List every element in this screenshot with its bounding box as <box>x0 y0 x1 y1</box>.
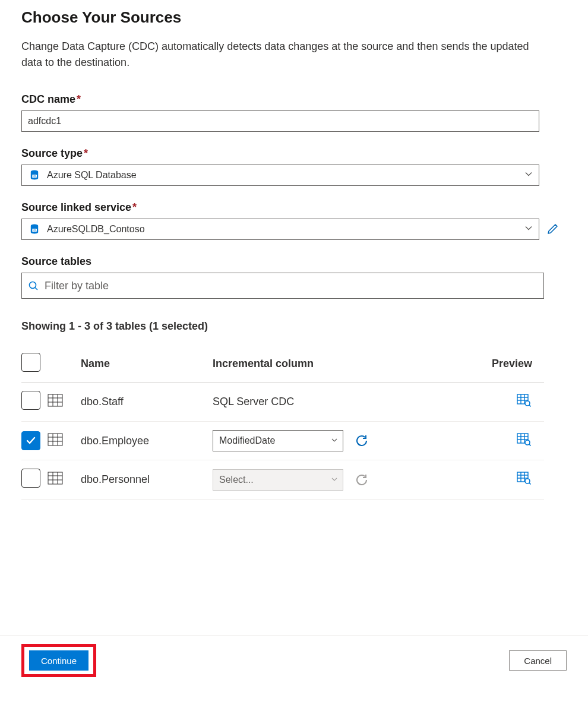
chevron-down-icon <box>331 475 338 485</box>
source-tables-list: Name Incremental column Preview dbo.Staf… <box>21 348 544 500</box>
source-linked-select[interactable]: SQL AzureSQLDB_Contoso <box>21 219 539 240</box>
svg-rect-32 <box>48 472 62 484</box>
svg-text:SQL: SQL <box>32 229 37 232</box>
continue-highlight: Continue <box>21 644 96 677</box>
table-row: dbo.Personnel Select... <box>21 460 544 500</box>
sql-database-icon: SQL <box>28 170 41 181</box>
incremental-column-select[interactable]: Select... <box>213 469 343 491</box>
filter-input[interactable] <box>43 279 538 293</box>
row-checkbox[interactable] <box>21 431 40 450</box>
svg-point-18 <box>525 401 530 406</box>
source-linked-value: AzureSQLDB_Contoso <box>47 224 145 235</box>
col-preview: Preview <box>432 348 544 383</box>
continue-button[interactable]: Continue <box>29 650 88 671</box>
source-tables-label: Source tables <box>21 255 567 268</box>
sql-database-icon: SQL <box>28 224 41 235</box>
table-icon <box>48 397 63 409</box>
svg-line-19 <box>529 405 531 407</box>
refresh-icon[interactable] <box>355 434 369 448</box>
refresh-icon <box>355 473 369 487</box>
chevron-down-icon <box>331 435 338 446</box>
svg-point-42 <box>525 479 530 483</box>
row-name: dbo.Employee <box>81 422 213 460</box>
chevron-down-icon <box>524 224 533 235</box>
svg-text:SQL: SQL <box>32 175 37 178</box>
svg-line-43 <box>529 483 531 485</box>
table-status: Showing 1 - 3 of 3 tables (1 selected) <box>21 320 567 333</box>
preview-icon[interactable] <box>517 437 531 448</box>
incremental-text: SQL Server CDC <box>213 396 294 407</box>
row-checkbox[interactable] <box>21 469 40 488</box>
table-row: dbo.Employee ModifiedDate <box>21 422 544 460</box>
search-icon <box>28 280 39 291</box>
svg-rect-8 <box>48 394 62 406</box>
select-all-checkbox[interactable] <box>21 353 40 372</box>
table-icon <box>48 437 63 448</box>
cdc-name-label: CDC name* <box>21 93 567 106</box>
col-incremental: Incremental column <box>213 348 432 383</box>
row-name: dbo.Staff <box>81 383 213 422</box>
table-icon <box>48 475 63 487</box>
preview-icon[interactable] <box>517 397 531 409</box>
source-type-label: Source type* <box>21 147 567 160</box>
preview-icon[interactable] <box>517 475 531 487</box>
page-title: Choose Your Sources <box>21 8 567 27</box>
source-type-select[interactable]: SQL Azure SQL Database <box>21 165 539 186</box>
chevron-down-icon <box>524 170 533 181</box>
svg-rect-20 <box>48 434 62 445</box>
source-linked-label: Source linked service* <box>21 201 567 214</box>
svg-line-7 <box>35 287 37 290</box>
svg-point-30 <box>525 440 530 445</box>
col-name: Name <box>81 348 213 383</box>
source-type-value: Azure SQL Database <box>47 170 137 181</box>
svg-line-31 <box>529 444 531 446</box>
filter-box[interactable] <box>21 273 544 299</box>
svg-point-6 <box>30 282 36 289</box>
page-intro: Change Data Capture (CDC) automatically … <box>21 39 544 71</box>
row-name: dbo.Personnel <box>81 460 213 500</box>
table-row: dbo.Staff SQL Server CDC <box>21 383 544 422</box>
cdc-name-input[interactable] <box>21 110 539 132</box>
incremental-column-select[interactable]: ModifiedDate <box>213 430 343 451</box>
edit-icon[interactable] <box>546 222 559 237</box>
row-checkbox[interactable] <box>21 391 40 410</box>
cancel-button[interactable]: Cancel <box>509 650 567 671</box>
